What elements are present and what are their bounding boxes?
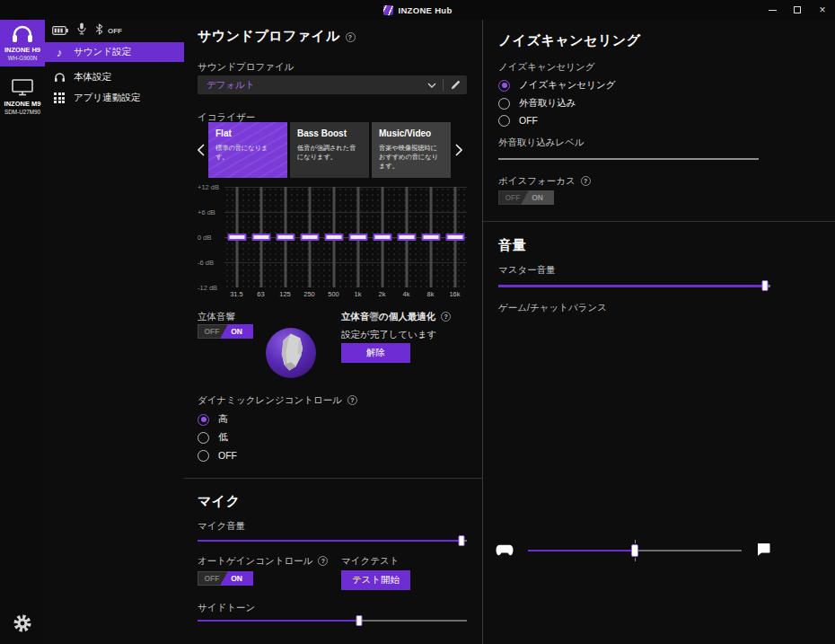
eq-x-axis-labels: 31.563 125250 5001k 2k4k 8k16k (224, 290, 467, 300)
agc-label: オートゲインコントロール? (198, 555, 328, 568)
optimization-status-text: 設定が完了しています (341, 329, 436, 341)
game-chat-balance-row (496, 537, 770, 564)
eq-handle[interactable] (227, 234, 246, 241)
eq-handle[interactable] (251, 234, 270, 241)
chevron-down-icon[interactable] (421, 83, 443, 88)
help-icon[interactable]: ? (318, 556, 328, 566)
noise-canceling-section: ノイズキャンセリング ノイズキャンセリング ノイズキャンセリング 外音取り込み … (483, 20, 835, 222)
device-tile-inzone-m9[interactable]: INZONE M9 SDM-U27M90 (0, 74, 45, 120)
inzone-logo-icon (383, 5, 393, 15)
mic-test-start-button[interactable]: テスト開始 (341, 570, 410, 590)
bluetooth-icon (95, 22, 103, 39)
game-controller-icon (496, 543, 514, 560)
game-chat-balance-label: ゲーム/チャットバランス (498, 302, 607, 314)
nc-radio-ambient[interactable]: 外音取り込み (498, 97, 576, 110)
ambient-level-label: 外音取り込みレベル (498, 137, 584, 149)
device-tile-inzone-h9[interactable]: INZONE H9 WH-G900N (0, 20, 45, 66)
eq-band-63[interactable] (249, 187, 273, 287)
eq-handle[interactable] (373, 234, 391, 241)
app-title: INZONE Hub (399, 5, 453, 15)
drc-radio-off[interactable]: OFF (198, 449, 237, 462)
game-chat-balance-slider[interactable] (528, 546, 742, 555)
eq-band-8k[interactable] (418, 187, 443, 287)
titlebar: INZONE Hub × (0, 0, 835, 20)
help-icon[interactable]: ? (581, 176, 591, 186)
eq-handle[interactable] (348, 234, 367, 241)
eq-handle[interactable] (421, 234, 440, 241)
eq-preset-card-music-video[interactable]: Music/Video 音楽や映像視聴時におすすめの音になります。 (372, 122, 451, 178)
mic-test-label: マイクテスト (341, 555, 399, 568)
balance-center-tick (635, 540, 636, 543)
drc-radio-high[interactable]: 高 (198, 413, 228, 426)
headphones-icon (0, 24, 45, 44)
sidetone-label: サイドトーン (198, 602, 255, 614)
eq-band-250[interactable] (297, 187, 321, 287)
chat-bubble-icon (757, 543, 770, 560)
help-icon[interactable]: ? (441, 312, 451, 322)
eq-preset-card-flat[interactable]: Flat 標準の音になります。 (208, 122, 287, 178)
eq-band-500[interactable] (321, 187, 346, 287)
eq-handle[interactable] (324, 234, 343, 241)
eq-band-16k[interactable] (443, 187, 467, 287)
mic-volume-slider[interactable] (198, 536, 467, 545)
maximize-button[interactable] (785, 0, 810, 20)
carousel-next-button[interactable] (453, 122, 463, 178)
eq-band-31.5[interactable] (224, 187, 249, 287)
nav-item-device-settings[interactable]: 本体設定 (45, 67, 184, 87)
nc-radio-off[interactable]: OFF (498, 114, 538, 127)
settings-gear-button[interactable] (13, 613, 32, 633)
device-rail: INZONE H9 WH-G900N INZONE M9 SDM-U27M90 (0, 20, 45, 644)
eq-handle[interactable] (276, 234, 294, 241)
sound-profile-selected-value: デフォルト (198, 79, 421, 92)
monitor-icon (0, 78, 45, 98)
mic-section: マイク マイク音量 オートゲインコントロール? OFF ON マイクテスト テス… (184, 479, 482, 644)
sound-profile-dropdown[interactable]: デフォルト (198, 75, 467, 94)
equalizer-graph: +12 dB +6 dB 0 dB -6 dB -12 dB 31 (198, 187, 467, 300)
slider-handle[interactable] (356, 615, 363, 626)
close-button[interactable]: × (810, 0, 835, 20)
help-icon[interactable]: ? (346, 32, 356, 42)
personal-optimization-title: 立体音響の個人最適化? (341, 311, 451, 323)
eq-y-axis-labels: +12 dB +6 dB 0 dB -6 dB -12 dB (198, 187, 224, 287)
nav-item-app-link-settings[interactable]: アプリ連動設定 (45, 88, 184, 108)
apps-grid-icon (53, 93, 66, 103)
gear-icon (13, 613, 32, 633)
battery-icon (52, 22, 68, 39)
nav-item-sound-settings[interactable]: ♪ サウンド設定 (45, 42, 184, 62)
ambient-level-slider (498, 154, 759, 163)
master-volume-slider[interactable] (498, 281, 770, 290)
drc-radio-low[interactable]: 低 (198, 431, 228, 444)
spatial-sound-label: 立体音響 (198, 311, 235, 323)
minimize-button[interactable] (760, 0, 785, 20)
carousel-prev-button[interactable] (196, 122, 206, 178)
slider-handle[interactable] (761, 280, 768, 291)
sidetone-slider[interactable] (198, 616, 467, 625)
eq-handle[interactable] (300, 234, 319, 241)
nc-radio-noise-canceling[interactable]: ノイズキャンセリング (498, 79, 615, 92)
slider-handle[interactable] (631, 544, 638, 557)
edit-pencil-icon[interactable] (444, 80, 467, 90)
voice-focus-label: ボイスフォーカス? (498, 175, 591, 188)
eq-band-1k[interactable] (346, 187, 370, 287)
agc-toggle[interactable]: OFF ON (198, 571, 253, 586)
release-button[interactable]: 解除 (341, 343, 410, 363)
nc-mode-label: ノイズキャンセリング (498, 61, 594, 74)
eq-preset-card-bass-boost[interactable]: Bass Boost 低音が強調された音になります。 (290, 122, 369, 178)
eq-preset-carousel: Flat 標準の音になります。 Bass Boost 低音が強調された音になりま… (196, 122, 473, 178)
eq-band-4k[interactable] (394, 187, 418, 287)
sound-profile-field-label: サウンドプロファイル (198, 61, 294, 74)
nav-sidebar: OFF ♪ サウンド設定 本体設定 アプリ連動設定 (45, 20, 184, 644)
sound-profile-column: サウンドプロファイル? サウンドプロファイル デフォルト イコライザー Flat… (184, 20, 483, 644)
noise-canceling-title: ノイズキャンセリング (498, 32, 641, 49)
spatial-sound-toggle[interactable]: OFF ON (198, 324, 253, 339)
eq-handle[interactable] (397, 234, 416, 241)
eq-band-2k[interactable] (370, 187, 394, 287)
sound-profile-section: サウンドプロファイル? サウンドプロファイル デフォルト イコライザー Flat… (184, 20, 482, 479)
help-icon[interactable]: ? (347, 395, 357, 405)
personal-optimization-avatar (266, 328, 316, 378)
music-note-icon: ♪ (53, 47, 66, 58)
slider-handle[interactable] (459, 535, 465, 546)
eq-band-125[interactable] (273, 187, 297, 287)
bluetooth-status-label: OFF (108, 27, 122, 35)
eq-handle[interactable] (445, 234, 464, 241)
